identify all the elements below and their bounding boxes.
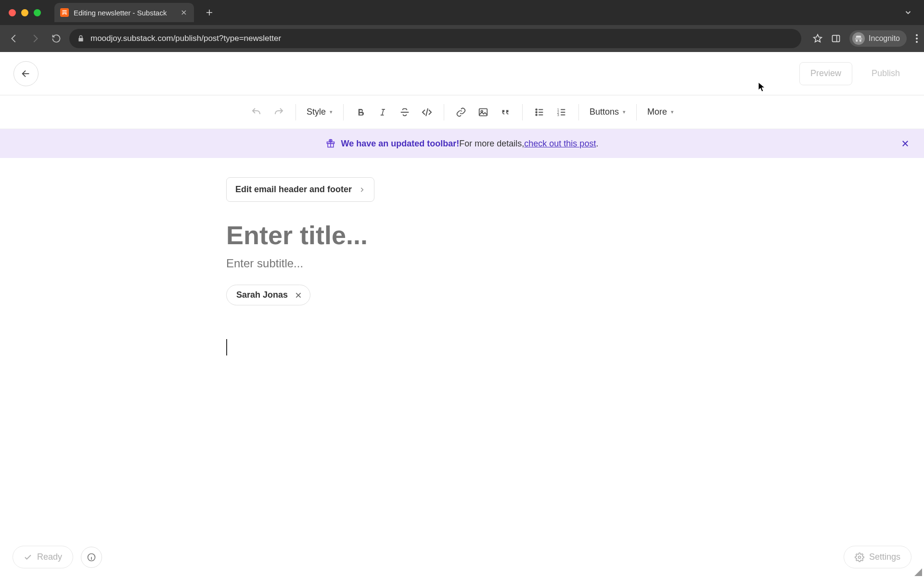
incognito-label: Incognito — [869, 34, 900, 43]
info-button[interactable] — [81, 547, 102, 568]
window-minimize-icon[interactable] — [21, 9, 28, 16]
title-input[interactable] — [226, 220, 698, 250]
style-label: Style — [307, 107, 326, 117]
preview-button[interactable]: Preview — [799, 62, 852, 85]
italic-icon[interactable] — [376, 106, 389, 118]
window-traffic-lights[interactable] — [9, 9, 41, 16]
bold-icon[interactable] — [354, 106, 367, 118]
browser-back-button[interactable] — [6, 30, 22, 47]
link-icon[interactable] — [455, 106, 467, 118]
svg-text:3: 3 — [557, 113, 559, 117]
substack-favicon-icon — [60, 8, 69, 17]
editor-area: Edit email header and footer Sarah Jonas — [0, 158, 924, 355]
chevron-down-icon: ▾ — [623, 109, 626, 115]
chevron-right-icon — [359, 186, 365, 193]
incognito-indicator[interactable]: Incognito — [849, 30, 907, 47]
browser-tab[interactable]: Editing newsletter - Substack — [54, 3, 194, 22]
chevron-down-icon: ▾ — [330, 109, 333, 115]
editor-toolbar: Style▾ 123 Buttons▾ More▾ — [0, 95, 924, 129]
strikethrough-icon[interactable] — [398, 106, 411, 118]
buttons-label: Buttons — [590, 107, 619, 117]
undo-icon[interactable] — [250, 106, 263, 118]
svg-point-5 — [916, 41, 918, 43]
author-name: Sarah Jonas — [236, 290, 288, 300]
edit-hf-label: Edit email header and footer — [235, 184, 352, 195]
tabs-overflow-icon[interactable] — [904, 8, 912, 17]
browser-menu-icon[interactable] — [915, 34, 918, 43]
gear-icon — [855, 552, 864, 562]
chevron-down-icon: ▾ — [671, 109, 674, 115]
resize-grip-icon — [914, 568, 922, 576]
window-maximize-icon[interactable] — [34, 9, 41, 16]
redo-icon[interactable] — [272, 106, 285, 118]
svg-point-8 — [536, 109, 537, 110]
browser-reload-button[interactable] — [48, 30, 64, 47]
banner-link[interactable]: check out this post — [524, 139, 596, 149]
gift-icon — [326, 139, 335, 148]
incognito-icon — [852, 32, 865, 45]
svg-point-3 — [916, 34, 918, 36]
lock-icon — [77, 35, 85, 42]
editor-back-button[interactable] — [13, 61, 38, 86]
window-close-icon[interactable] — [9, 9, 16, 16]
tab-close-icon[interactable] — [180, 9, 187, 16]
banner-bold-text: We have an updated toolbar! — [341, 139, 460, 149]
svg-point-9 — [536, 111, 537, 113]
svg-rect-0 — [63, 11, 67, 12]
browser-chrome: Editing newsletter - Substack moodjoy.su… — [0, 0, 924, 52]
tab-strip: Editing newsletter - Substack — [0, 0, 924, 25]
buttons-dropdown[interactable]: Buttons▾ — [590, 107, 626, 117]
edit-email-header-footer-button[interactable]: Edit email header and footer — [226, 177, 374, 202]
remove-author-icon[interactable] — [295, 291, 302, 299]
ready-label: Ready — [37, 552, 62, 562]
preview-label: Preview — [810, 68, 841, 79]
panel-icon[interactable] — [831, 34, 841, 43]
ready-status[interactable]: Ready — [13, 546, 73, 568]
author-chip[interactable]: Sarah Jonas — [226, 285, 310, 305]
banner-tail: . — [596, 139, 598, 149]
subtitle-input[interactable] — [226, 257, 698, 270]
more-dropdown[interactable]: More▾ — [647, 107, 674, 117]
publish-button[interactable]: Publish — [861, 62, 911, 85]
svg-rect-1 — [63, 12, 67, 13]
more-label: More — [647, 107, 667, 117]
banner-plain-text: For more details, — [459, 139, 524, 149]
blockquote-icon[interactable] — [499, 106, 512, 118]
bullet-list-icon[interactable] — [533, 106, 546, 118]
svg-point-17 — [858, 556, 860, 558]
check-icon — [24, 553, 32, 562]
url-text: moodjoy.substack.com/publish/post?type=n… — [90, 34, 281, 43]
info-banner: We have an updated toolbar! For more det… — [0, 129, 924, 158]
code-icon[interactable] — [421, 106, 433, 118]
svg-point-10 — [536, 114, 537, 116]
address-bar[interactable]: moodjoy.substack.com/publish/post?type=n… — [69, 29, 801, 48]
app-header: Preview Publish — [0, 52, 924, 95]
tab-title: Editing newsletter - Substack — [74, 9, 167, 17]
svg-point-4 — [916, 38, 918, 39]
svg-rect-6 — [479, 108, 488, 116]
settings-button[interactable]: Settings — [844, 546, 911, 568]
address-row: moodjoy.substack.com/publish/post?type=n… — [0, 25, 924, 52]
style-dropdown[interactable]: Style▾ — [307, 107, 333, 117]
svg-rect-2 — [833, 35, 840, 41]
settings-label: Settings — [869, 552, 900, 562]
body-text-cursor[interactable] — [226, 339, 227, 355]
numbered-list-icon[interactable]: 123 — [555, 106, 568, 118]
publish-label: Publish — [872, 68, 900, 78]
browser-forward-button[interactable] — [27, 30, 43, 47]
new-tab-button[interactable] — [202, 5, 217, 20]
bookmark-star-icon[interactable] — [813, 34, 822, 43]
banner-close-icon[interactable] — [901, 139, 910, 148]
editor-footer: Ready Settings — [13, 546, 911, 568]
image-icon[interactable] — [477, 106, 489, 118]
